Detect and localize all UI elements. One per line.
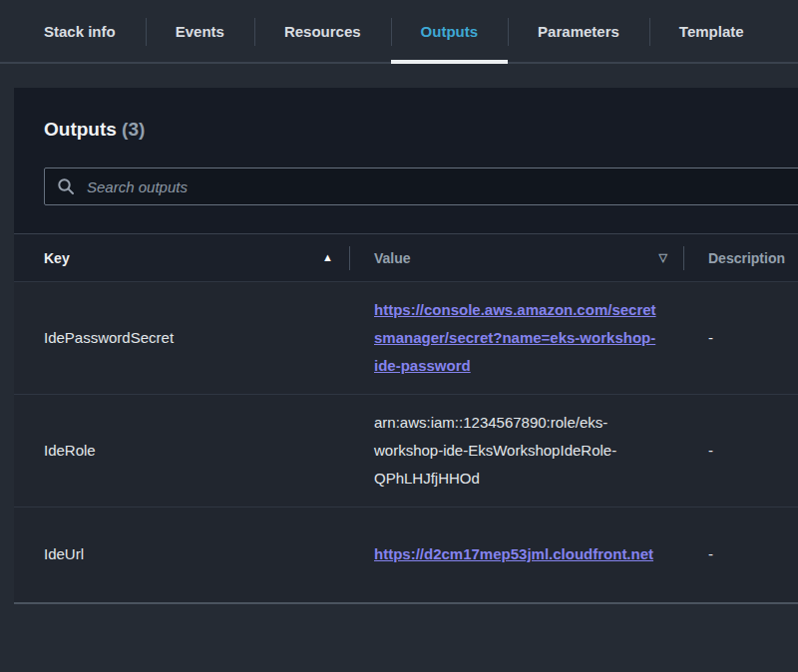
search-wrap — [14, 142, 798, 233]
tab-events[interactable]: Events — [146, 0, 254, 62]
column-header-key[interactable]: Key ▲ — [14, 234, 349, 282]
output-key: IdeRole — [14, 395, 349, 507]
outputs-title-text: Outputs — [44, 119, 117, 140]
outputs-panel: Outputs (3) Key ▲ — [14, 88, 798, 604]
output-key: IdePasswordSecret — [14, 282, 349, 395]
search-box[interactable] — [44, 168, 798, 205]
output-value-link[interactable]: https://d2cm17mep53jml.cloudfront.net — [374, 545, 653, 562]
search-icon — [57, 177, 75, 195]
output-description: - — [683, 507, 798, 603]
outputs-table: Key ▲ Value ▽ Description — [14, 233, 798, 604]
stack-tab-bar: Stack info Events Resources Outputs Para… — [0, 0, 798, 64]
tab-parameters[interactable]: Parameters — [508, 0, 649, 62]
output-value-link[interactable]: https://console.aws.amazon.com/secretsma… — [374, 301, 656, 374]
tab-stack-info[interactable]: Stack info — [14, 0, 146, 62]
table-row: IdeUrl https://d2cm17mep53jml.cloudfront… — [14, 507, 798, 603]
tab-resources[interactable]: Resources — [254, 0, 391, 62]
column-header-key-label: Key — [44, 250, 70, 266]
table-row: IdeRole arn:aws:iam::1234567890:role/eks… — [14, 395, 798, 507]
column-header-value-label: Value — [374, 250, 411, 266]
page-title: Outputs (3) — [14, 118, 798, 142]
table-header-row: Key ▲ Value ▽ Description — [14, 234, 798, 282]
tab-outputs[interactable]: Outputs — [391, 0, 509, 62]
output-key: IdeUrl — [14, 507, 349, 603]
sort-ascending-icon: ▲ — [322, 252, 333, 263]
outputs-count-badge: (3) — [122, 119, 145, 140]
column-header-value[interactable]: Value ▽ — [349, 234, 683, 282]
column-header-description-label: Description — [708, 250, 785, 266]
output-description: - — [683, 282, 798, 395]
tab-template[interactable]: Template — [649, 0, 774, 62]
output-value-text: arn:aws:iam::1234567890:role/eks-worksho… — [374, 414, 616, 487]
output-description: - — [683, 395, 798, 507]
sort-descending-icon: ▽ — [659, 252, 667, 263]
search-input[interactable] — [85, 177, 791, 196]
table-row: IdePasswordSecret https://console.aws.am… — [14, 282, 798, 395]
outputs-panel-header: Outputs (3) — [14, 88, 798, 233]
column-header-description[interactable]: Description — [683, 234, 798, 282]
